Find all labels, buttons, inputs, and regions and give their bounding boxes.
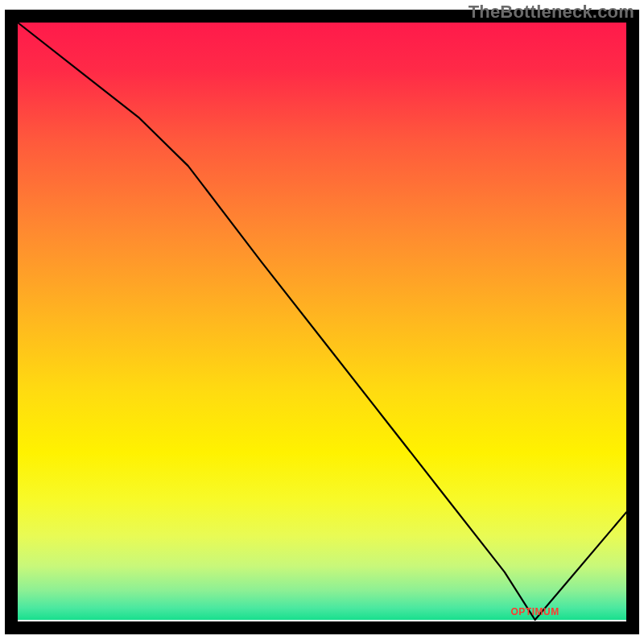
gradient-background	[18, 23, 626, 620]
optimum-marker-label: OPTIMUM	[511, 606, 559, 617]
chart-frame: TheBottleneck.com	[0, 0, 644, 644]
plot-area: OPTIMUM	[11, 16, 633, 628]
watermark-text: TheBottleneck.com	[469, 2, 634, 23]
bottleneck-chart: OPTIMUM	[0, 0, 644, 644]
